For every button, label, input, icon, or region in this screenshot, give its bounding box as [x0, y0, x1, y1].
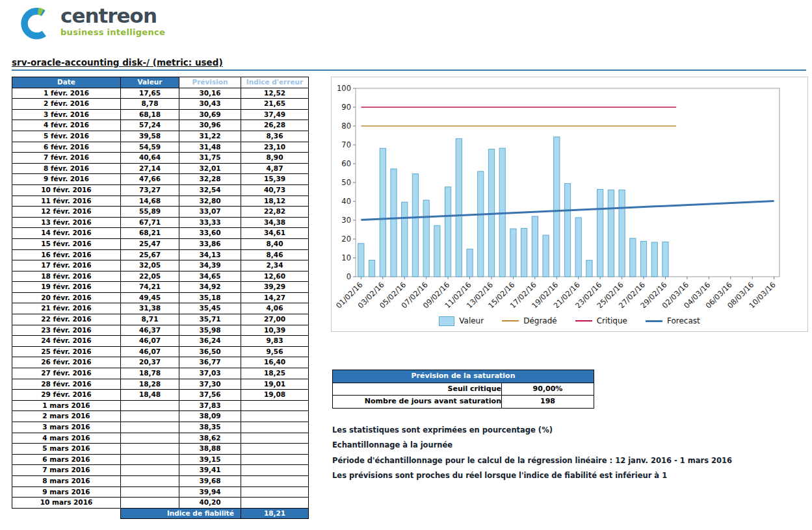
erreur-cell: 34,61 [241, 228, 309, 239]
erreur-cell: 16,40 [241, 357, 309, 368]
erreur-cell: 8,36 [241, 131, 309, 142]
date-cell: 10 févr. 2016 [12, 184, 121, 196]
table-row: 28 févr. 201618,2837,3019,01 [12, 379, 309, 390]
table-row: 29 févr. 201618,4837,5619,08 [12, 390, 309, 401]
table-row: 25 févr. 201646,0736,509,56 [12, 346, 309, 357]
note-line: Echantillonnage à la journée [332, 440, 807, 449]
table-row: 4 mars 201638,62 [12, 433, 309, 444]
centreon-logo-mark [20, 5, 55, 40]
table-row: 23 févr. 201646,3735,9810,39 [12, 325, 309, 336]
legend-label-forecast: Forecast [667, 316, 700, 325]
value-bar [521, 229, 527, 277]
table-row: 6 févr. 201654,5931,4823,10 [12, 142, 309, 153]
erreur-cell: 18,12 [241, 196, 309, 207]
footer-empty-cell [12, 508, 121, 519]
erreur-cell: 34,38 [241, 217, 309, 228]
legend-swatch-forecast [646, 320, 662, 322]
erreur-cell [241, 454, 309, 465]
days-before-saturation-label: Nombre de jours avant saturation [333, 396, 502, 409]
title-section: srv-oracle-accounting disk-/ (metric: us… [12, 57, 806, 71]
table-row: 5 févr. 201639,5831,228,36 [12, 131, 309, 142]
table-row: 12 févr. 201655,8933,0722,82 [12, 207, 309, 218]
prevision-cell: 32,01 [179, 163, 241, 174]
prevision-cell: 33,60 [179, 228, 241, 239]
erreur-cell: 8,90 [241, 153, 309, 164]
legend-item-critique: Critique [575, 316, 627, 325]
table-row: 1 févr. 201617,6530,1612,52 [12, 88, 309, 99]
erreur-cell [241, 400, 309, 411]
y-tick-label: 70 [341, 140, 351, 149]
prevision-cell: 39,94 [179, 486, 241, 498]
prevision-cell: 32,80 [179, 196, 241, 207]
erreur-cell: 23,10 [241, 142, 309, 153]
right-column: 010203040506070809010001/02/1603/02/1605… [331, 77, 807, 486]
y-tick-label: 60 [341, 159, 351, 168]
value-bar [651, 242, 657, 277]
value-bar [543, 235, 549, 277]
date-cell: 10 mars 2016 [12, 498, 121, 509]
legend-label-valeur: Valeur [459, 316, 484, 325]
prevision-cell: 37,03 [179, 368, 241, 379]
y-tick-label: 30 [341, 216, 351, 225]
erreur-cell: 19,08 [241, 390, 309, 401]
report-notes: Les statistiques sont exprimées en pourc… [332, 425, 807, 481]
valeur-cell: 73,27 [121, 184, 179, 196]
legend-swatch-critique [575, 320, 592, 322]
table-row: 10 mars 201640,20 [12, 498, 309, 509]
logo-brand: centreon [60, 5, 165, 27]
date-cell: 13 févr. 2016 [12, 217, 121, 228]
value-bar [586, 260, 592, 277]
page-title: srv-oracle-accounting disk-/ (metric: us… [12, 57, 806, 68]
date-cell: 6 févr. 2016 [12, 142, 121, 153]
value-bar [575, 218, 581, 277]
date-cell: 23 févr. 2016 [12, 325, 121, 336]
prevision-cell: 30,43 [179, 99, 241, 110]
report-content: DateValeurPrévisionIndice d'erreur 1 fév… [12, 77, 807, 519]
legend-label-degrade: Dégradé [523, 316, 557, 325]
date-cell: 21 févr. 2016 [12, 303, 121, 314]
prevision-cell: 33,86 [179, 238, 241, 249]
fiability-index-label: Indice de fiabilité [121, 508, 241, 519]
date-cell: 4 mars 2016 [12, 433, 121, 444]
erreur-cell: 37,49 [241, 109, 309, 120]
value-bar [662, 242, 668, 277]
valeur-cell: 40,64 [121, 153, 179, 164]
prevision-cell: 36,24 [179, 336, 241, 347]
valeur-cell: 39,58 [121, 131, 179, 142]
erreur-cell: 39,29 [241, 282, 309, 293]
note-line: Période d'échantillonnage pour le calcul… [332, 456, 807, 465]
prevision-cell: 33,33 [179, 217, 241, 228]
valeur-cell: 32,05 [121, 260, 179, 271]
table-row: 14 févr. 201668,2133,6034,61 [12, 228, 309, 239]
valeur-cell: 68,21 [121, 228, 179, 239]
days-before-saturation-value: 198 [502, 396, 594, 409]
forecast-chart-svg: 010203040506070809010001/02/1603/02/1605… [332, 77, 806, 308]
valeur-cell [121, 411, 179, 422]
valeur-cell: 57,24 [121, 120, 179, 131]
table-row: 19 févr. 201674,2134,9239,29 [12, 282, 309, 293]
value-bar [380, 148, 386, 277]
valeur-cell: 18,48 [121, 390, 179, 401]
column-header-valeur: Valeur [121, 77, 179, 88]
valeur-cell [121, 486, 179, 498]
erreur-cell: 26,28 [241, 120, 309, 131]
erreur-cell [241, 475, 309, 486]
valeur-cell: 18,78 [121, 368, 179, 379]
title-divider [12, 69, 806, 71]
value-bar [608, 190, 614, 277]
erreur-cell [241, 411, 309, 422]
prevision-cell: 39,68 [179, 475, 241, 486]
prevision-cell: 34,92 [179, 282, 241, 293]
legend-swatch-degrade [502, 320, 519, 322]
table-row: 10 févr. 201673,2732,5440,73 [12, 184, 309, 196]
valeur-cell: 18,28 [121, 379, 179, 390]
date-cell: 2 févr. 2016 [12, 99, 121, 110]
date-cell: 5 févr. 2016 [12, 131, 121, 142]
prevision-cell: 32,54 [179, 184, 241, 196]
y-tick-label: 50 [341, 178, 351, 187]
prevision-cell: 33,07 [179, 207, 241, 218]
erreur-cell: 14,27 [241, 292, 309, 303]
y-tick-label: 90 [341, 103, 351, 112]
prevision-cell: 30,96 [179, 120, 241, 131]
prevision-cell: 30,16 [179, 88, 241, 99]
